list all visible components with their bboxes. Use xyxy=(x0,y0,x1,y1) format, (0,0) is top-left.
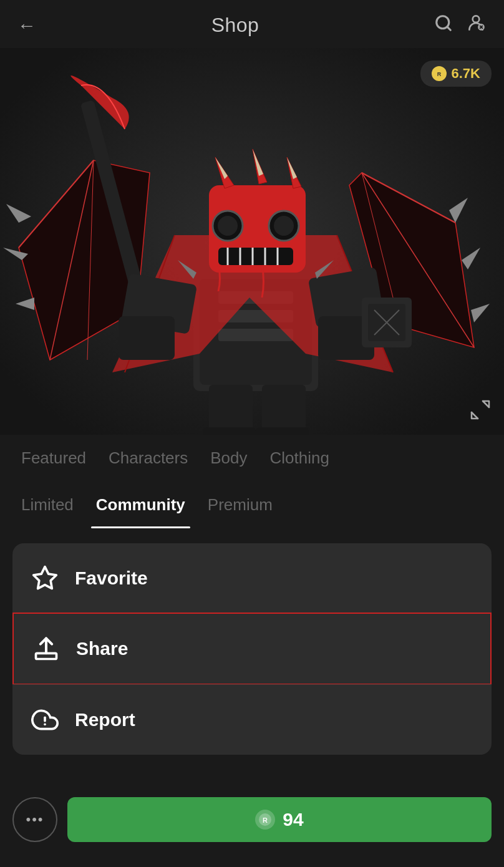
content-area: Favorite Share xyxy=(0,528,504,785)
hero-banner: R 6.7K xyxy=(0,48,504,435)
share-action[interactable]: Share xyxy=(12,613,492,685)
search-icon[interactable] xyxy=(434,14,453,37)
tab-body[interactable]: Body xyxy=(199,435,258,482)
svg-line-1 xyxy=(447,27,450,30)
avatar-settings-icon[interactable] xyxy=(465,12,487,38)
svg-rect-30 xyxy=(119,316,175,360)
svg-rect-66 xyxy=(36,653,57,659)
robux-icon: R xyxy=(432,66,447,81)
tab-clothing[interactable]: Clothing xyxy=(259,435,341,482)
back-button[interactable]: ← xyxy=(17,15,36,36)
star-icon xyxy=(30,563,60,593)
page-title: Shop xyxy=(211,14,259,37)
header: ← Shop xyxy=(0,0,504,48)
svg-text:R: R xyxy=(437,71,441,77)
action-menu: Favorite Share xyxy=(12,543,492,755)
currency-amount: 6.7K xyxy=(452,65,480,82)
svg-line-63 xyxy=(472,412,478,419)
report-label: Report xyxy=(75,709,135,730)
svg-text:R: R xyxy=(263,816,268,824)
buy-button[interactable]: R 94 xyxy=(67,797,492,842)
report-action[interactable]: Report xyxy=(12,684,492,755)
bottom-bar: ••• R 94 xyxy=(0,785,504,861)
tab-characters[interactable]: Characters xyxy=(97,435,199,482)
svg-point-2 xyxy=(473,16,480,22)
svg-line-62 xyxy=(483,401,489,407)
robux-buy-icon: R xyxy=(255,810,275,830)
svg-rect-35 xyxy=(203,427,256,435)
share-icon xyxy=(31,634,61,664)
svg-rect-36 xyxy=(256,427,309,435)
tab-premium[interactable]: Premium xyxy=(196,482,284,528)
more-options-button[interactable]: ••• xyxy=(12,797,57,842)
favorite-label: Favorite xyxy=(75,568,148,589)
tab-community[interactable]: Community xyxy=(85,482,196,528)
svg-rect-42 xyxy=(218,248,293,265)
currency-badge: R 6.7K xyxy=(420,61,492,87)
svg-rect-28 xyxy=(218,329,293,341)
report-icon xyxy=(30,705,60,735)
tab-featured[interactable]: Featured xyxy=(10,435,97,482)
tab-limited[interactable]: Limited xyxy=(10,482,85,528)
header-actions xyxy=(434,12,487,38)
tabs-row1: Featured Characters Body Clothing xyxy=(0,435,504,482)
share-label: Share xyxy=(76,638,128,659)
expand-icon[interactable] xyxy=(469,399,492,424)
svg-marker-64 xyxy=(34,567,57,589)
tabs-row2: Limited Community Premium xyxy=(0,482,504,528)
buy-price: 94 xyxy=(283,809,303,830)
svg-point-41 xyxy=(274,216,294,236)
svg-point-40 xyxy=(218,216,238,236)
svg-point-68 xyxy=(44,724,46,726)
more-dots-label: ••• xyxy=(26,811,44,828)
favorite-action[interactable]: Favorite xyxy=(12,543,492,613)
